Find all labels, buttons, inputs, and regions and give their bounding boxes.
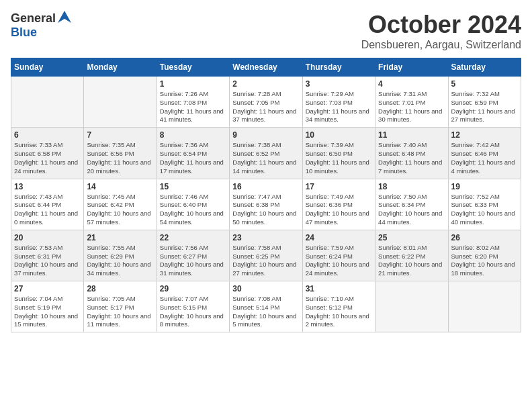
day-number: 2 [232,79,299,89]
day-number: 29 [160,284,226,293]
day-number: 11 [378,130,445,140]
day-info: Sunrise: 7:05 AM Sunset: 5:17 PM Dayligh… [87,295,153,329]
day-info: Sunrise: 7:56 AM Sunset: 6:27 PM Dayligh… [160,244,226,278]
day-info: Sunrise: 8:01 AM Sunset: 6:22 PM Dayligh… [378,244,445,278]
day-info: Sunrise: 7:26 AM Sunset: 7:08 PM Dayligh… [160,90,226,124]
weekday-header-monday: Monday [84,58,157,77]
calendar-cell [11,77,84,128]
day-number: 19 [451,182,518,191]
day-number: 27 [14,284,81,293]
day-info: Sunrise: 7:55 AM Sunset: 6:29 PM Dayligh… [87,244,153,278]
day-info: Sunrise: 7:53 AM Sunset: 6:31 PM Dayligh… [14,244,81,278]
day-info: Sunrise: 7:32 AM Sunset: 6:59 PM Dayligh… [451,90,518,124]
calendar-cell: 24Sunrise: 7:59 AM Sunset: 6:24 PM Dayli… [302,230,375,281]
weekday-header-tuesday: Tuesday [157,58,229,77]
day-number: 18 [378,182,445,191]
calendar-cell: 22Sunrise: 7:56 AM Sunset: 6:27 PM Dayli… [157,230,229,281]
day-number: 6 [14,130,81,140]
location: Densbueren, Aargau, Switzerland [361,39,521,51]
day-number: 31 [306,284,372,293]
calendar-cell: 13Sunrise: 7:43 AM Sunset: 6:44 PM Dayli… [11,179,84,230]
calendar-week-5: 27Sunrise: 7:04 AM Sunset: 5:19 PM Dayli… [11,281,521,332]
calendar-cell: 29Sunrise: 7:07 AM Sunset: 5:15 PM Dayli… [157,281,229,332]
day-info: Sunrise: 7:46 AM Sunset: 6:40 PM Dayligh… [160,193,226,227]
calendar-cell [448,281,521,332]
calendar-cell: 16Sunrise: 7:47 AM Sunset: 6:38 PM Dayli… [230,179,302,230]
title-section: October 2024 Densbueren, Aargau, Switzer… [361,11,521,51]
calendar-cell: 12Sunrise: 7:42 AM Sunset: 6:46 PM Dayli… [448,128,521,179]
day-info: Sunrise: 7:52 AM Sunset: 6:33 PM Dayligh… [451,193,518,227]
day-number: 24 [306,233,372,242]
day-number: 1 [160,79,226,89]
logo-blue: Blue [11,26,37,39]
svg-marker-0 [58,11,71,23]
day-number: 7 [87,130,153,140]
weekday-header-friday: Friday [375,58,448,77]
day-info: Sunrise: 7:28 AM Sunset: 7:05 PM Dayligh… [232,90,299,124]
calendar-cell: 25Sunrise: 8:01 AM Sunset: 6:22 PM Dayli… [375,230,448,281]
day-number: 9 [232,130,299,140]
weekday-header-row: SundayMondayTuesdayWednesdayThursdayFrid… [11,58,521,77]
day-info: Sunrise: 7:29 AM Sunset: 7:03 PM Dayligh… [306,90,372,124]
calendar-cell: 23Sunrise: 7:58 AM Sunset: 6:25 PM Dayli… [230,230,302,281]
calendar-cell: 30Sunrise: 7:08 AM Sunset: 5:14 PM Dayli… [230,281,302,332]
day-info: Sunrise: 7:58 AM Sunset: 6:25 PM Dayligh… [232,244,299,278]
day-info: Sunrise: 7:50 AM Sunset: 6:34 PM Dayligh… [378,193,445,227]
calendar-week-3: 13Sunrise: 7:43 AM Sunset: 6:44 PM Dayli… [11,179,521,230]
day-info: Sunrise: 7:35 AM Sunset: 6:56 PM Dayligh… [87,141,153,175]
day-number: 26 [451,233,518,242]
calendar-cell: 31Sunrise: 7:10 AM Sunset: 5:12 PM Dayli… [302,281,375,332]
calendar-cell: 26Sunrise: 8:02 AM Sunset: 6:20 PM Dayli… [448,230,521,281]
day-info: Sunrise: 7:40 AM Sunset: 6:48 PM Dayligh… [378,141,445,175]
calendar-week-4: 20Sunrise: 7:53 AM Sunset: 6:31 PM Dayli… [11,230,521,281]
calendar-cell: 19Sunrise: 7:52 AM Sunset: 6:33 PM Dayli… [448,179,521,230]
calendar: SundayMondayTuesdayWednesdayThursdayFrid… [11,58,521,332]
day-number: 16 [232,182,299,191]
day-info: Sunrise: 7:38 AM Sunset: 6:52 PM Dayligh… [232,141,299,175]
calendar-week-2: 6Sunrise: 7:33 AM Sunset: 6:58 PM Daylig… [11,128,521,179]
weekday-header-thursday: Thursday [302,58,375,77]
day-info: Sunrise: 7:43 AM Sunset: 6:44 PM Dayligh… [14,193,81,227]
calendar-cell: 15Sunrise: 7:46 AM Sunset: 6:40 PM Dayli… [157,179,229,230]
day-info: Sunrise: 7:47 AM Sunset: 6:38 PM Dayligh… [232,193,299,227]
day-number: 8 [160,130,226,140]
calendar-cell: 18Sunrise: 7:50 AM Sunset: 6:34 PM Dayli… [375,179,448,230]
day-number: 25 [378,233,445,242]
calendar-week-1: 1Sunrise: 7:26 AM Sunset: 7:08 PM Daylig… [11,77,521,128]
calendar-cell: 21Sunrise: 7:55 AM Sunset: 6:29 PM Dayli… [84,230,157,281]
day-info: Sunrise: 7:33 AM Sunset: 6:58 PM Dayligh… [14,141,81,175]
day-number: 22 [160,233,226,242]
logo-general: General [11,11,56,26]
calendar-cell: 28Sunrise: 7:05 AM Sunset: 5:17 PM Dayli… [84,281,157,332]
logo: General Blue [11,11,71,40]
day-info: Sunrise: 7:42 AM Sunset: 6:46 PM Dayligh… [451,141,518,175]
day-info: Sunrise: 7:59 AM Sunset: 6:24 PM Dayligh… [306,244,372,278]
day-info: Sunrise: 7:49 AM Sunset: 6:36 PM Dayligh… [306,193,372,227]
day-number: 3 [306,79,372,89]
logo-bird-icon [58,11,71,26]
calendar-cell [375,281,448,332]
day-number: 30 [232,284,299,293]
day-info: Sunrise: 7:04 AM Sunset: 5:19 PM Dayligh… [14,295,81,329]
day-info: Sunrise: 8:02 AM Sunset: 6:20 PM Dayligh… [451,244,518,278]
weekday-header-sunday: Sunday [11,58,84,77]
day-info: Sunrise: 7:07 AM Sunset: 5:15 PM Dayligh… [160,295,226,329]
day-info: Sunrise: 7:08 AM Sunset: 5:14 PM Dayligh… [232,295,299,329]
day-number: 13 [14,182,81,191]
calendar-cell: 7Sunrise: 7:35 AM Sunset: 6:56 PM Daylig… [84,128,157,179]
day-number: 15 [160,182,226,191]
day-number: 23 [232,233,299,242]
day-number: 28 [87,284,153,293]
day-number: 17 [306,182,372,191]
day-info: Sunrise: 7:10 AM Sunset: 5:12 PM Dayligh… [306,295,372,329]
day-info: Sunrise: 7:39 AM Sunset: 6:50 PM Dayligh… [306,141,372,175]
weekday-header-wednesday: Wednesday [230,58,302,77]
day-info: Sunrise: 7:36 AM Sunset: 6:54 PM Dayligh… [160,141,226,175]
calendar-cell: 9Sunrise: 7:38 AM Sunset: 6:52 PM Daylig… [230,128,302,179]
calendar-cell: 8Sunrise: 7:36 AM Sunset: 6:54 PM Daylig… [157,128,229,179]
day-number: 21 [87,233,153,242]
calendar-cell: 5Sunrise: 7:32 AM Sunset: 6:59 PM Daylig… [448,77,521,128]
calendar-cell: 27Sunrise: 7:04 AM Sunset: 5:19 PM Dayli… [11,281,84,332]
calendar-cell: 1Sunrise: 7:26 AM Sunset: 7:08 PM Daylig… [157,77,229,128]
calendar-cell: 17Sunrise: 7:49 AM Sunset: 6:36 PM Dayli… [302,179,375,230]
